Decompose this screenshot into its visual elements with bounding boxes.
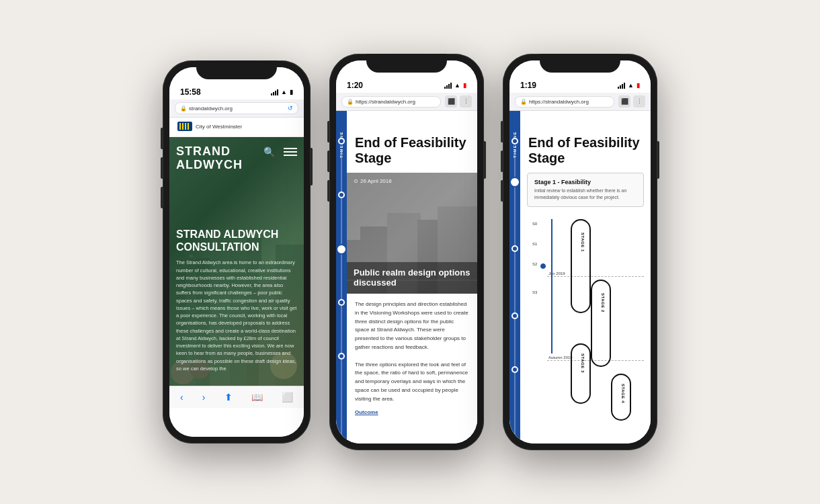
timeline-dot-b3 <box>511 312 518 319</box>
phone-1: 15:58 ▲ ▮ 🔒 s <box>163 60 311 444</box>
browser-bar-1: 🔒 strandaldwych.org ↺ <box>169 99 304 118</box>
browser-bar-2: 🔒 https://strandaldwych.org ⬛ ⋮ <box>336 93 477 111</box>
time-1: 15:58 <box>180 87 201 97</box>
stage1-desc: Initial review to establish whether ther… <box>534 187 637 201</box>
p1-content: 🔒 strandaldwych.org ↺ City of Westminste… <box>169 99 304 437</box>
article-body-text: The design principles and direction esta… <box>355 300 469 404</box>
wifi-icon-1: ▲ <box>281 89 287 95</box>
article-image: ⊙ 26 April 2018 Public realm design opti… <box>347 173 477 294</box>
timeline-line-3 <box>514 151 516 444</box>
org-name: City of Westminster <box>196 124 242 130</box>
timeline-dot-b3b <box>511 366 518 373</box>
status-icons-2: ▲ ▮ <box>444 82 466 89</box>
signal-bars-2 <box>444 83 452 89</box>
browser-url-2[interactable]: 🔒 https://strandaldwych.org <box>341 96 441 108</box>
page-title-3: End of Feasibility Stage <box>528 135 643 166</box>
s3-label: S3 <box>532 290 537 294</box>
dashed-line-jan <box>547 276 644 277</box>
feasibility-box: Stage 1 - Feasibility Initial review to … <box>527 173 644 207</box>
reload-icon-1[interactable]: ↺ <box>288 105 293 112</box>
signal-bars-1 <box>271 89 278 95</box>
p1-hero-nav: 🔍 <box>259 142 297 161</box>
timeline-sidebar-2: TIMELINE <box>336 111 347 444</box>
status-icons-3: ▲ ▮ <box>618 82 640 89</box>
browser-url-1[interactable]: 🔒 strandaldwych.org ↺ <box>175 102 298 114</box>
timeline-dot-m3 <box>511 245 518 252</box>
more-btn-3[interactable]: ⋮ <box>633 95 645 108</box>
phone-2: 1:20 ▲ ▮ 🔒 https://strandaldwych.org <box>329 54 484 450</box>
search-icon[interactable]: 🔍 <box>259 142 278 161</box>
lock-icon-3: 🔒 <box>520 99 527 105</box>
phone-3: 1:19 ▲ ▮ 🔒 https://strandaldwych.org <box>503 54 657 450</box>
timeline-dot-active-2 <box>337 245 345 253</box>
lock-icon-2: 🔒 <box>347 99 354 105</box>
brand-name: STRAND ALDWYCH <box>176 145 243 172</box>
timeline-dot-bot-2 <box>338 299 345 306</box>
p2-main: End of Feasibility Stage <box>347 111 477 444</box>
article-body-area: The design principles and direction esta… <box>347 294 477 444</box>
hero-title: STRAND ALDWYCH CONSULTATION <box>176 228 297 253</box>
p3-title-area: End of Feasibility Stage <box>520 111 651 173</box>
p3-content: TIMELINE End of Feasibility Stage Stage <box>509 111 651 444</box>
battery-icon-1: ▮ <box>290 89 293 95</box>
stage1-label: Stage 1 - Feasibility <box>534 179 637 185</box>
notch-2 <box>366 54 447 73</box>
notch-3 <box>540 54 620 73</box>
outcome-link[interactable]: Outcome <box>355 409 469 415</box>
browser-url-3[interactable]: 🔒 https://strandaldwych.org <box>515 96 614 108</box>
hero-body: The Strand Aldwych area is home to an ex… <box>176 259 297 372</box>
battery-icon-2: ▮ <box>463 82 466 89</box>
browser-actions-2: ⬛ ⋮ <box>445 95 472 108</box>
s1-label: S1 <box>532 242 537 246</box>
wifi-icon-3: ▲ <box>628 82 634 89</box>
share-btn-3[interactable]: ⬛ <box>618 95 630 108</box>
p1-hero-content: STRAND ALDWYCH CONSULTATION The Strand A… <box>176 228 297 372</box>
timeline-dot-active-3 <box>511 178 519 186</box>
stage-pills: S0 S1 S2 S3 Jan 2019 Autumn 2019 STAGE <box>527 212 644 414</box>
tabs-icon[interactable]: ⬜ <box>282 392 293 403</box>
stage2-text: STAGE 2 <box>601 293 605 312</box>
timeline-sidebar-3: TIMELINE <box>509 111 520 444</box>
westminster-logo: City of Westminster <box>177 122 296 131</box>
article-overlay: Public realm design options discussed <box>347 262 477 294</box>
time-2: 1:20 <box>347 81 363 90</box>
url-text-3: https://strandaldwych.org <box>529 99 589 105</box>
timeline-dot-top-2 <box>338 138 345 144</box>
hamburger-menu[interactable] <box>284 148 297 156</box>
battery-icon-3: ▮ <box>637 82 640 89</box>
stages-diagram: S0 S1 S2 S3 Jan 2019 Autumn 2019 STAGE <box>520 207 651 444</box>
share-btn-2[interactable]: ⬛ <box>445 95 457 108</box>
signal-bars-3 <box>618 83 625 89</box>
logo-emblem-inner <box>179 123 190 130</box>
stage4-text: STAGE 4 <box>621 384 625 403</box>
stage3-text: STAGE 3 <box>581 353 585 373</box>
p2-article: ⊙ 26 April 2018 Public realm design opti… <box>347 173 477 444</box>
stage1-text: STAGE 1 <box>581 233 585 252</box>
stage3-pill <box>571 343 591 404</box>
page-title-area-2: End of Feasibility Stage <box>347 111 477 173</box>
p1-org-header: City of Westminster <box>169 118 304 137</box>
notch-1 <box>196 60 277 79</box>
forward-arrow-icon[interactable]: › <box>202 392 206 403</box>
article-headline: Public realm design options discussed <box>354 267 470 288</box>
page-title-2: End of Feasibility Stage <box>355 135 469 166</box>
timeline-dot-mid-2 <box>338 192 345 198</box>
share-icon[interactable]: ⬆ <box>224 392 233 403</box>
time-3: 1:19 <box>520 81 536 90</box>
url-text-1: strandaldwych.org <box>189 106 233 112</box>
s2-label: S2 <box>532 262 537 266</box>
browser-bar-3: 🔒 https://strandaldwych.org ⬛ ⋮ <box>509 93 651 111</box>
more-btn-2[interactable]: ⋮ <box>460 95 472 108</box>
status-icons-1: ▲ ▮ <box>271 89 293 95</box>
url-text-2: https://strandaldwych.org <box>356 99 415 105</box>
p3-main: End of Feasibility Stage Stage 1 - Feasi… <box>520 111 651 444</box>
active-dot-diagram <box>540 263 546 269</box>
bookmarks-icon[interactable]: 📖 <box>251 392 263 403</box>
back-arrow-icon[interactable]: ‹ <box>180 392 183 403</box>
s0-label: S0 <box>532 222 537 226</box>
autumn-label: Autumn 2019 <box>548 355 573 360</box>
year-line <box>551 219 552 353</box>
article-date: ⊙ 26 April 2018 <box>354 178 392 184</box>
logo-emblem <box>177 122 192 131</box>
scene: 15:58 ▲ ▮ 🔒 s <box>142 34 678 470</box>
